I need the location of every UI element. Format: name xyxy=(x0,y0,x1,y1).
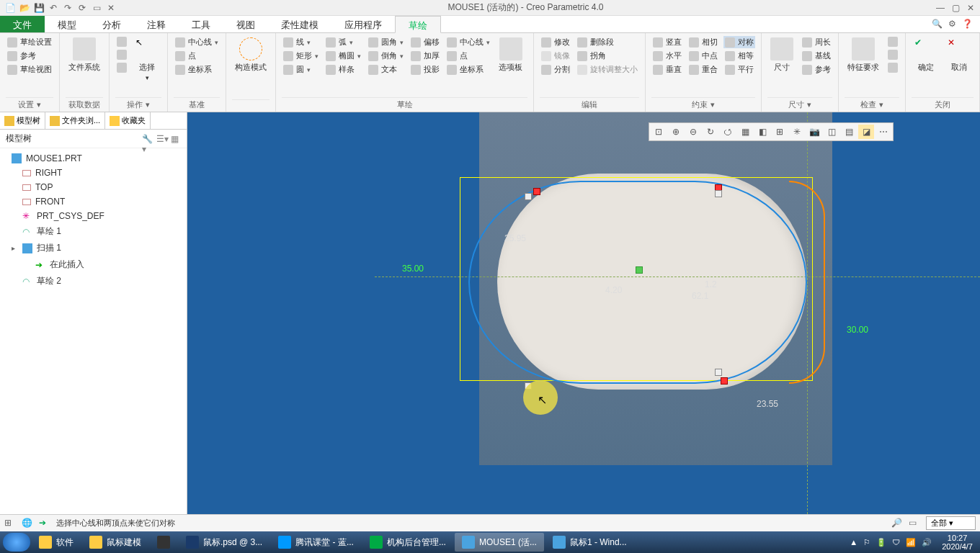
btn-csys2[interactable]: 坐标系 xyxy=(445,63,491,76)
named-view-icon[interactable]: ▦ xyxy=(737,125,753,139)
dim-30[interactable]: 30.00 xyxy=(847,325,868,335)
regen-icon[interactable]: ⟳ xyxy=(76,2,88,14)
close-win-icon[interactable]: ✕ xyxy=(105,2,117,14)
btn-coinc[interactable]: 重合 xyxy=(687,63,719,76)
btn-divide[interactable]: 分割 xyxy=(540,63,571,76)
task-viewer[interactable]: 鼠标1 - Wind... xyxy=(545,533,634,552)
btn-reference[interactable]: 参考 xyxy=(6,50,53,62)
tree-show-icon[interactable]: ☰▾ xyxy=(156,134,166,144)
btn-csys[interactable]: 坐标系 xyxy=(174,63,220,76)
tab-annotate[interactable]: 注释 xyxy=(134,16,179,32)
btn-sketch-view[interactable]: 草绘视图 xyxy=(6,63,53,76)
refit-icon[interactable]: ↻ xyxy=(703,125,718,139)
task-ps[interactable]: 鼠标.psd @ 3... xyxy=(179,533,270,552)
start-button[interactable] xyxy=(3,533,30,552)
btn-centerline[interactable]: 中心线▾ xyxy=(174,36,220,48)
handle-w1[interactable] xyxy=(525,193,532,200)
dim-1[interactable]: 1.2 xyxy=(705,279,717,289)
handle-w2[interactable] xyxy=(715,190,722,197)
tab-model[interactable]: 模型 xyxy=(45,16,89,32)
new-icon[interactable]: 📄 xyxy=(4,2,16,14)
handle-w3[interactable] xyxy=(715,369,722,376)
task-browser[interactable]: 机构后台管理... xyxy=(362,533,453,552)
btn-feat-req[interactable]: 特征要求 xyxy=(845,36,882,74)
task-tencent[interactable]: 腾讯课堂 - 蓝... xyxy=(271,533,361,552)
tree-tab-folder[interactable]: 文件夹浏... xyxy=(45,112,105,129)
tree-tab-model[interactable]: 模型树 xyxy=(0,112,45,129)
tab-flex[interactable]: 柔性建模 xyxy=(268,16,331,32)
btn-shade[interactable] xyxy=(886,49,899,60)
btn-tangent[interactable]: 相切 xyxy=(687,36,719,48)
save-icon[interactable]: 💾 xyxy=(33,2,45,14)
btn-offset[interactable]: 偏移 xyxy=(409,36,441,48)
spin-icon[interactable]: ⭯ xyxy=(720,125,736,139)
task-record[interactable] xyxy=(150,533,177,552)
tree-toggle-icon[interactable]: ⊞ xyxy=(4,518,16,529)
btn-dimension[interactable]: 尺寸 xyxy=(767,36,796,74)
btn-palette[interactable]: 选项板 xyxy=(496,36,525,74)
btn-line[interactable]: 线▾ xyxy=(282,36,320,48)
browser-icon[interactable]: 🌐 xyxy=(22,518,33,529)
tray-icon[interactable]: ⚐ xyxy=(863,538,870,547)
close-icon[interactable]: ✕ xyxy=(967,3,974,13)
btn-select[interactable]: ↖选择▾ xyxy=(133,36,161,83)
help-icon[interactable]: ❓ xyxy=(962,19,973,30)
dim-62[interactable]: 62.1 xyxy=(692,291,708,301)
snap-icon[interactable]: 📷 xyxy=(806,125,822,139)
tab-view[interactable]: 视图 xyxy=(223,16,268,32)
btn-ok[interactable]: ✔确定 xyxy=(912,36,940,74)
btn-copy[interactable] xyxy=(115,49,128,60)
minimize-icon[interactable]: — xyxy=(936,3,945,13)
tray-icon[interactable]: ▲ xyxy=(850,538,858,547)
tray-icon[interactable]: 📶 xyxy=(906,538,916,547)
dim-35[interactable]: 35.00 xyxy=(402,264,424,274)
btn-chamfer[interactable]: 倒角▾ xyxy=(367,50,405,62)
btn-point2[interactable]: 点 xyxy=(445,50,491,62)
btn-filesystem[interactable]: 文件系统 xyxy=(66,36,103,74)
btn-rotres[interactable]: 旋转调整大小 xyxy=(576,63,639,76)
btn-point[interactable]: 点 xyxy=(174,50,220,62)
btn-spline[interactable]: 样条 xyxy=(324,63,362,76)
btn-sketch-setup[interactable]: 草绘设置 xyxy=(6,36,53,48)
tree-item[interactable]: ✳PRT_CSYS_DEF xyxy=(0,209,187,223)
tree-item[interactable]: FRONT xyxy=(0,194,187,209)
btn-circle[interactable]: 圆▾ xyxy=(282,63,320,76)
btn-text[interactable]: 文本 xyxy=(367,63,405,76)
tree-item[interactable]: ▸扫描 1 xyxy=(0,240,187,256)
tree-item[interactable]: RIGHT xyxy=(0,166,187,180)
clock[interactable]: 10:27 2020/4/7 xyxy=(937,534,977,551)
btn-equal[interactable]: 相等 xyxy=(723,50,755,62)
tree-filter-icon[interactable]: ▦ xyxy=(171,134,181,144)
btn-centerline2[interactable]: 中心线▾ xyxy=(445,36,491,48)
tab-app[interactable]: 应用程序 xyxy=(331,16,395,32)
tab-tool[interactable]: 工具 xyxy=(179,16,223,32)
btn-para[interactable]: 平行 xyxy=(723,63,755,76)
sketch-spline[interactable] xyxy=(468,181,807,384)
graphics-canvas[interactable]: 25.95 35.00 30.00 4.20 62.1 23.55 1.2 ↖ … xyxy=(187,112,980,514)
handle-br[interactable] xyxy=(721,377,728,385)
task-folder1[interactable]: 软件 xyxy=(32,533,81,552)
dim-23[interactable]: 23.55 xyxy=(757,399,778,409)
persp-icon[interactable]: ◫ xyxy=(824,125,839,139)
btn-mirror[interactable]: 镜像 xyxy=(540,50,571,62)
maximize-icon[interactable]: ▢ xyxy=(952,3,960,13)
zoom-out-icon[interactable]: ⊖ xyxy=(685,125,701,139)
btn-construct-mode[interactable]: 构造模式 xyxy=(232,36,270,74)
btn-corner[interactable]: 拐角 xyxy=(576,50,639,62)
more-icon[interactable]: ⋯ xyxy=(876,125,891,139)
btn-mid[interactable]: 中点 xyxy=(687,50,719,62)
btn-refdim[interactable]: 参考 xyxy=(801,63,832,76)
task-folder2[interactable]: 鼠标建模 xyxy=(82,533,148,552)
btn-ellipse[interactable]: 椭圆▾ xyxy=(324,50,362,62)
tree-root[interactable]: MOUSE1.PRT xyxy=(0,151,187,166)
btn-arc[interactable]: 弧▾ xyxy=(324,36,362,48)
btn-perp[interactable]: 垂直 xyxy=(651,63,683,76)
handle-mid[interactable] xyxy=(636,266,643,274)
windows-icon[interactable]: ▭ xyxy=(91,2,102,14)
btn-rect[interactable]: 矩形▾ xyxy=(282,50,320,62)
btn-cancel[interactable]: ✕取消 xyxy=(945,36,974,74)
tab-analyze[interactable]: 分析 xyxy=(89,16,134,32)
btn-sym[interactable]: 对称 xyxy=(723,36,755,48)
datum-disp-icon[interactable]: ⊞ xyxy=(772,125,788,139)
tree-item[interactable]: TOP xyxy=(0,180,187,194)
